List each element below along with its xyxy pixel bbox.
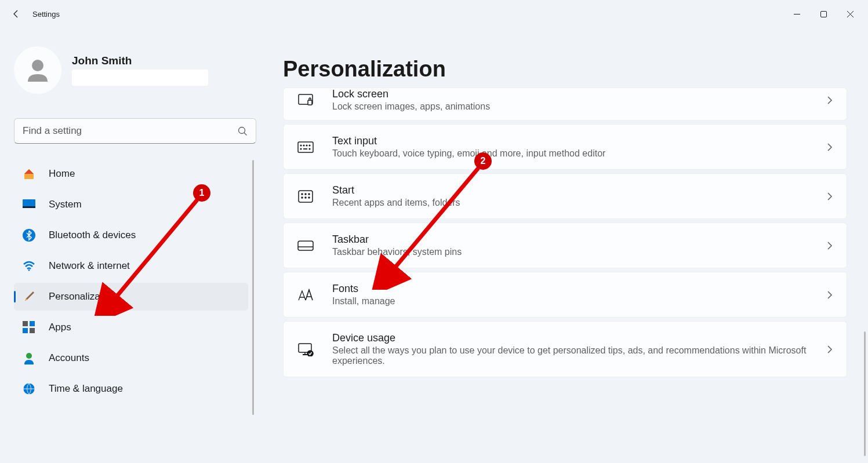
card-start[interactable]: Start Recent apps and items, folders	[283, 173, 847, 219]
card-text-input[interactable]: Text input Touch keyboard, voice typing,…	[283, 124, 847, 170]
nav-list: Home System Bluetooth & devices Network …	[14, 160, 256, 463]
app-title: Settings	[32, 10, 60, 19]
card-title: Text input	[332, 135, 826, 147]
card-text: Device usage Select all the ways you pla…	[332, 332, 826, 366]
card-title: Taskbar	[332, 234, 826, 246]
nav-accounts[interactable]: Accounts	[14, 344, 248, 372]
page-title: Personalization	[283, 57, 847, 82]
nav-scrollbar[interactable]	[252, 160, 254, 415]
card-device-usage[interactable]: Device usage Select all the ways you pla…	[283, 321, 847, 377]
card-desc: Touch keyboard, voice typing, emoji and …	[332, 148, 826, 159]
nav-label: System	[49, 199, 82, 210]
card-lock-screen[interactable]: Lock screen Lock screen images, apps, an…	[283, 88, 847, 121]
annotation-1: 1	[193, 184, 210, 202]
apps-icon	[22, 320, 36, 334]
card-text: Fonts Install, manage	[332, 283, 826, 307]
svg-point-32	[308, 194, 310, 195]
card-text: Taskbar Taskbar behaviors, system pins	[332, 234, 826, 257]
nav-network[interactable]: Network & internet	[14, 252, 248, 280]
content-area: John Smith Home System	[0, 28, 868, 463]
nav-label: Personalization	[49, 291, 116, 302]
username: John Smith	[72, 54, 208, 67]
nav-personalization[interactable]: Personalization	[14, 283, 248, 311]
card-title: Start	[332, 184, 826, 196]
wifi-icon	[22, 259, 36, 273]
maximize-button[interactable]	[810, 3, 837, 24]
nav-label: Bluetooth & devices	[49, 229, 136, 241]
svg-point-22	[300, 145, 302, 146]
svg-point-5	[239, 127, 245, 133]
svg-point-4	[32, 60, 43, 71]
start-icon	[297, 188, 314, 205]
svg-point-25	[309, 145, 310, 146]
home-icon	[22, 167, 36, 181]
svg-point-30	[302, 194, 303, 195]
svg-point-10	[28, 269, 30, 271]
card-desc: Recent apps and items, folders	[332, 198, 826, 208]
annotation-number: 1	[199, 188, 205, 198]
nav-home[interactable]: Home	[14, 160, 248, 188]
search-box[interactable]	[14, 118, 256, 144]
clock-globe-icon	[22, 382, 36, 396]
card-text: Lock screen Lock screen images, apps, an…	[332, 88, 826, 112]
chevron-right-icon	[826, 241, 833, 250]
keyboard-icon	[297, 139, 314, 155]
user-info: John Smith	[72, 54, 208, 86]
svg-rect-29	[299, 191, 313, 202]
card-taskbar[interactable]: Taskbar Taskbar behaviors, system pins	[283, 223, 847, 268]
annotation-2: 2	[474, 152, 492, 170]
fonts-icon	[297, 287, 314, 303]
chevron-right-icon	[826, 143, 833, 152]
nav-bluetooth[interactable]: Bluetooth & devices	[14, 221, 248, 249]
svg-rect-12	[30, 321, 35, 326]
nav-time-language[interactable]: Time & language	[14, 375, 248, 403]
maximize-icon	[820, 11, 827, 17]
device-usage-icon	[297, 341, 314, 358]
main-scrollbar[interactable]	[864, 331, 866, 456]
brush-icon	[22, 290, 36, 304]
titlebar: Settings	[0, 0, 868, 28]
back-arrow-icon	[12, 9, 21, 19]
svg-rect-20	[308, 100, 312, 105]
chevron-right-icon	[826, 345, 833, 354]
user-section[interactable]: John Smith	[14, 28, 256, 105]
close-button[interactable]	[837, 3, 863, 24]
nav-system[interactable]: System	[14, 191, 248, 218]
card-desc: Install, manage	[332, 296, 826, 307]
svg-rect-8	[23, 206, 35, 208]
taskbar-icon	[297, 238, 314, 254]
chevron-right-icon	[826, 96, 833, 105]
avatar	[14, 46, 61, 94]
svg-point-15	[26, 353, 32, 359]
svg-rect-36	[298, 241, 313, 250]
svg-rect-1	[820, 11, 826, 17]
card-desc: Lock screen images, apps, animations	[332, 101, 826, 112]
search-input[interactable]	[23, 125, 238, 137]
nav-label: Apps	[49, 322, 71, 333]
search-icon	[238, 126, 248, 136]
main: Personalization Lock screen Lock screen …	[267, 28, 868, 463]
minimize-button[interactable]	[783, 3, 810, 24]
card-fonts[interactable]: Fonts Install, manage	[283, 272, 847, 318]
svg-point-35	[308, 197, 310, 198]
card-text: Start Recent apps and items, folders	[332, 184, 826, 208]
system-icon	[22, 198, 36, 212]
svg-point-24	[306, 145, 307, 146]
window-controls	[783, 3, 863, 24]
close-icon	[847, 11, 854, 17]
svg-point-27	[309, 148, 310, 150]
person-icon	[23, 56, 52, 85]
card-title: Device usage	[332, 332, 826, 344]
chevron-right-icon	[826, 290, 833, 300]
nav-apps[interactable]: Apps	[14, 313, 248, 341]
card-desc: Taskbar behaviors, system pins	[332, 247, 826, 257]
svg-rect-14	[30, 328, 35, 333]
nav-label: Home	[49, 168, 75, 180]
svg-rect-21	[298, 142, 313, 152]
back-button[interactable]	[5, 3, 28, 24]
svg-point-33	[302, 197, 303, 198]
nav-label: Accounts	[49, 352, 89, 364]
svg-line-6	[244, 133, 247, 136]
svg-point-41	[307, 351, 313, 356]
card-title: Lock screen	[332, 88, 826, 100]
